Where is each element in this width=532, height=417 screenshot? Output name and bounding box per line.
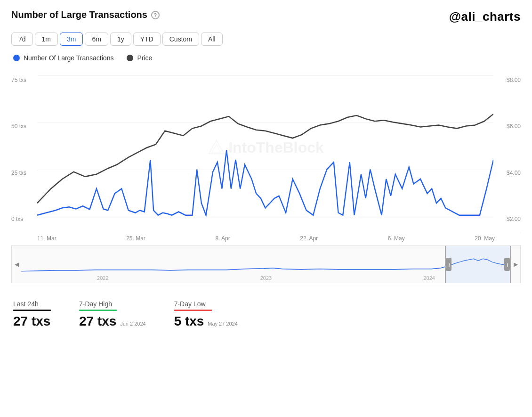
y-label-6: $6.00 [493,123,521,130]
x-label-2: 8. Apr [215,235,230,242]
stat-last24h: Last 24h 27 txs [13,300,51,329]
stat-7day-low-underline [174,310,212,311]
filter-1y[interactable]: 1y [110,33,131,46]
y-label-0: 0 txs [11,216,37,222]
x-label-0: 11. Mar [37,235,56,242]
legend-transactions: Number Of Large Transactions [13,54,113,62]
y-label-50: 50 txs [11,123,37,130]
stat-7day-low-label: 7-Day Low [174,300,238,308]
stat-7day-low-value: 5 txs May 27 2024 [174,314,238,329]
filter-3m[interactable]: 3m [60,33,83,46]
legend-dot-price [127,55,133,61]
time-filters: 7d 1m 3m 6m 1y YTD Custom All [11,33,521,46]
stat-last24h-number: 27 txs [13,314,50,328]
stat-7day-high-value: 27 txs Jun 2 2024 [79,314,146,329]
page-title: Number of Large Transactions ? [11,9,160,20]
x-label-4: 6. May [388,235,405,242]
filter-6m[interactable]: 6m [85,33,108,46]
filter-ytd[interactable]: YTD [133,33,161,46]
legend-label-price: Price [137,54,152,62]
header-row: Number of Large Transactions ? @ali_char… [11,9,521,24]
stat-7day-high-label: 7-Day High [79,300,146,308]
x-label-3: 22. Apr [300,235,318,242]
stat-7day-low-meta: May 27 2024 [208,321,238,327]
x-label-5: 20. May [475,235,495,242]
x-label-1: 25. Mar [126,235,145,242]
stat-7day-high-meta: Jun 2 2024 [120,321,145,327]
mini-chart: ◀ 2022 2023 2024 ▶ [11,245,521,283]
y-label-25: 25 txs [11,170,37,176]
filter-7d[interactable]: 7d [11,33,33,46]
x-axis-labels: 11. Mar 25. Mar 8. Apr 22. Apr 6. May 20… [11,233,521,242]
legend-dot-transactions [13,55,20,61]
mini-drag-right[interactable] [504,258,510,271]
chart-svg-container: IntoTheBlock [37,73,493,222]
help-icon[interactable]: ? [151,11,160,19]
y-axis-right: $8.00 $6.00 $4.00 $2.00 [493,73,521,233]
mini-year-labels: 2022 2023 2024 [21,275,511,281]
stat-7day-high-number: 27 txs [79,314,116,328]
y-label-4: $4.00 [493,170,521,176]
legend-price: Price [127,54,152,62]
y-label-8: $8.00 [493,77,521,83]
stat-7day-low: 7-Day Low 5 txs May 27 2024 [174,300,238,329]
y-axis-left: 75 txs 50 txs 25 txs 0 txs [11,73,37,233]
stat-7day-high-underline [79,310,117,311]
stat-last24h-value: 27 txs [13,314,51,329]
y-label-2: $2.00 [493,216,521,222]
filter-custom[interactable]: Custom [162,33,199,46]
filter-all[interactable]: All [201,33,223,46]
stat-last24h-label: Last 24h [13,300,51,308]
mini-year-2022: 2022 [97,275,108,281]
mini-drag-left[interactable] [446,258,451,271]
mini-year-2024: 2024 [423,275,435,281]
mini-year-2023: 2023 [260,275,272,281]
stats-section: Last 24h 27 txs 7-Day High 27 txs Jun 2 … [11,293,521,329]
brand-handle: @ali_charts [449,9,521,24]
stat-7day-high: 7-Day High 27 txs Jun 2 2024 [79,300,146,329]
chart-legend: Number Of Large Transactions Price [13,54,521,62]
mini-nav-left-btn[interactable]: ◀ [12,246,21,283]
mini-nav-right-btn[interactable]: ▶ [511,246,520,283]
title-text: Number of Large Transactions [11,9,147,20]
chart-lines [37,73,493,222]
filter-1m[interactable]: 1m [35,33,58,46]
stat-7day-low-number: 5 txs [174,314,204,328]
y-label-75: 75 txs [11,77,37,83]
stat-last24h-underline [13,310,51,311]
legend-label-transactions: Number Of Large Transactions [24,54,113,62]
main-chart: 75 txs 50 txs 25 txs 0 txs $8.00 $6.00 $… [11,73,521,233]
